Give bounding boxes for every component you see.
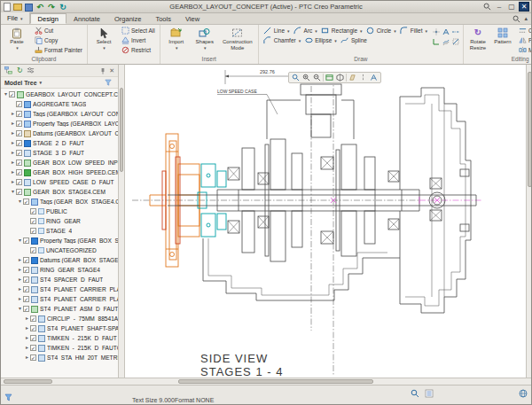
- tree-item[interactable]: ▸✓ST4_STA_HM_20T_METRIC: [1, 353, 118, 362]
- tree-item[interactable]: ▸✓TIMKEN_-_215K_D_FAUTCOPY: [1, 343, 118, 353]
- expand-arrow-icon[interactable]: ▸: [17, 296, 23, 302]
- new-file-icon[interactable]: [4, 3, 11, 12]
- search-icon[interactable]: [481, 2, 492, 12]
- pattern-button[interactable]: Pattern: [491, 26, 514, 45]
- bottom-housing[interactable]: [203, 238, 400, 300]
- coordinate-system-icon[interactable]: [431, 36, 441, 46]
- invert-button[interactable]: Invert: [119, 35, 157, 45]
- zoom-out-icon[interactable]: [312, 73, 322, 82]
- tree-item[interactable]: ✓UNCATEGORIZED: [1, 245, 118, 255]
- redo-icon[interactable]: ↷: [47, 3, 56, 12]
- expand-arrow-icon[interactable]: ▸: [24, 345, 30, 351]
- collapse-ribbon-icon[interactable]: ▴: [524, 15, 528, 22]
- shapes-button[interactable]: Shapes ▾: [192, 26, 218, 51]
- expand-arrow-icon[interactable]: ▸: [10, 150, 16, 156]
- select-button[interactable]: Select ▾: [90, 26, 117, 51]
- tree-checkbox[interactable]: ✓: [16, 169, 22, 175]
- copy-button[interactable]: Copy: [32, 35, 84, 45]
- dropdown-arrow-icon[interactable]: ▾: [40, 80, 43, 85]
- tree-checkbox[interactable]: ✓: [23, 267, 29, 273]
- line-button[interactable]: Line ▾: [262, 26, 292, 35]
- tree-item[interactable]: ✓PUBLIC: [1, 206, 118, 216]
- text-icon[interactable]: [441, 27, 450, 36]
- tree-item[interactable]: ▸✓Tags (GEARBOX_LAYOUT_CONCEPT.CEM): [1, 109, 118, 119]
- tree-checkbox[interactable]: ✓: [30, 218, 36, 224]
- tree-checkbox[interactable]: ✓: [16, 111, 22, 117]
- tree-checkbox[interactable]: ✓: [23, 276, 29, 283]
- expand-arrow-icon[interactable]: ▸: [10, 179, 16, 185]
- find-icon[interactable]: [411, 389, 419, 398]
- tree-checkbox[interactable]: ✓: [30, 345, 36, 351]
- expand-arrow-icon[interactable]: ▸: [24, 335, 30, 341]
- tree-checkbox[interactable]: ✓: [16, 189, 22, 195]
- maximize-button[interactable]: ▢: [506, 2, 517, 12]
- tree-item[interactable]: ✓RING_GEAR: [1, 216, 118, 226]
- chamfer-button[interactable]: Chamfer ▾: [262, 35, 302, 45]
- display-style-icon[interactable]: [335, 73, 345, 82]
- tab-organize[interactable]: Organize: [107, 13, 148, 24]
- show-settings-icon[interactable]: [27, 66, 35, 74]
- tree-checkbox[interactable]: ✓: [23, 286, 29, 292]
- refresh-icon[interactable]: ↻: [17, 66, 23, 74]
- zoom-in-icon[interactable]: [301, 73, 311, 82]
- expand-arrow-icon[interactable]: ▸: [24, 315, 30, 322]
- expand-arrow-icon[interactable]: ▸: [10, 111, 16, 117]
- tree-item[interactable]: ▸✓Datums (GEARBOX_LAYOUT_CONCEPT.CEM): [1, 129, 118, 138]
- tree-item[interactable]: ▾✓GEAR_BOX_STAGE4.CEM: [1, 187, 118, 197]
- tab-design[interactable]: Design: [30, 13, 66, 24]
- expand-arrow-icon[interactable]: ▸: [24, 354, 30, 361]
- drawing-canvas[interactable]: 292.76 LOW SPEED CASE: [125, 65, 526, 378]
- offset-button[interactable]: Offset: [516, 26, 531, 35]
- tree-item[interactable]: ▸✓Property Tags (GEARBOX_LAYOUT_CONCEPT.…: [1, 119, 118, 129]
- tree-checkbox[interactable]: ✓: [16, 160, 22, 166]
- select-all-button[interactable]: Select All: [119, 26, 157, 35]
- tab-view[interactable]: View: [178, 13, 207, 24]
- rotate-resize-button[interactable]: ↻ Rotate Resize: [466, 26, 489, 51]
- tree-item[interactable]: ▾✓ST4_PLANET_ASM_D_FAUT: [1, 304, 118, 314]
- tree-checkbox[interactable]: ✓: [30, 335, 36, 341]
- scrollbar-thumb[interactable]: [528, 72, 532, 187]
- pin-panel-icon[interactable]: [99, 67, 106, 74]
- tree-checkbox[interactable]: ✓: [16, 101, 22, 107]
- tree-checkbox[interactable]: ✓: [16, 150, 22, 156]
- repaint-icon[interactable]: [325, 73, 334, 82]
- rectangle-button[interactable]: Rectangle ▾: [319, 26, 364, 35]
- restrict-button[interactable]: Restrict: [119, 45, 157, 55]
- tree-item[interactable]: ✓AGGREGATE TAGS: [1, 99, 118, 109]
- annotation-toggle-icon[interactable]: [369, 73, 379, 82]
- tree-checkbox[interactable]: ✓: [30, 247, 36, 253]
- scrollbar-thumb[interactable]: [120, 88, 123, 172]
- tree-checkbox[interactable]: ✓: [30, 228, 36, 234]
- refit-icon[interactable]: [291, 73, 301, 82]
- tree-item[interactable]: ▸✓GEAR_BOX_LOW_SPEED_INPUT.CEM: [1, 158, 118, 167]
- tree-item[interactable]: ▾✓Tags (GEAR_BOX_STAGE4.CEM): [1, 197, 118, 206]
- paste-button[interactable]: Paste ▾: [4, 26, 30, 51]
- tree-item[interactable]: ✓STAGE_4: [1, 226, 118, 236]
- tree-item[interactable]: ▾✓Property Tags (GEAR_BOX_STAGE4.CEM): [1, 236, 118, 245]
- selection-filter-icon[interactable]: [4, 393, 12, 401]
- tree-item[interactable]: ▾✓GEARBOX_LAYOUT_CONCEPT.CEM: [1, 90, 118, 99]
- tree-checkbox[interactable]: ✓: [9, 91, 15, 97]
- tree-checkbox[interactable]: ✓: [23, 306, 29, 312]
- expand-arrow-icon[interactable]: ▸: [17, 267, 23, 273]
- mirror-button[interactable]: Mirror: [516, 45, 531, 55]
- model-tree-scrollbar[interactable]: [119, 65, 125, 378]
- expand-arrow-icon[interactable]: ▸: [24, 325, 30, 331]
- tree-checkbox[interactable]: ✓: [30, 354, 36, 361]
- point-icon[interactable]: [431, 27, 441, 36]
- tree-item[interactable]: ▸✓ST4_PLANET_CARRIER_PLATE_OUT: [1, 294, 118, 304]
- ellipse-button[interactable]: Ellipse ▾: [302, 35, 339, 45]
- import-button[interactable]: Import ▾: [163, 26, 190, 51]
- minimize-button[interactable]: –: [494, 2, 505, 12]
- tab-tools[interactable]: Tools: [148, 13, 178, 24]
- project-icon[interactable]: [450, 36, 460, 46]
- tree-checkbox[interactable]: ✓: [16, 130, 22, 136]
- cut-button[interactable]: Cut: [32, 26, 84, 35]
- tree-item[interactable]: ▸✓LOW_SPEED_CASE_D_FAUT: [1, 177, 118, 187]
- collapse-arrow-icon[interactable]: ▾: [17, 199, 23, 205]
- construction-mode-button[interactable]: Construction Mode: [220, 26, 255, 51]
- close-button[interactable]: ✕: [519, 2, 529, 12]
- tree-item[interactable]: ▸✓Datums (GEAR_BOX_STAGE4.CEM): [1, 255, 118, 265]
- view-title[interactable]: SIDE VIEW STAGES 1 - 4: [200, 352, 283, 378]
- tree-item[interactable]: ▸✓ST4_PLANET_CARRIER_PLATE_D_FAUT: [1, 284, 118, 294]
